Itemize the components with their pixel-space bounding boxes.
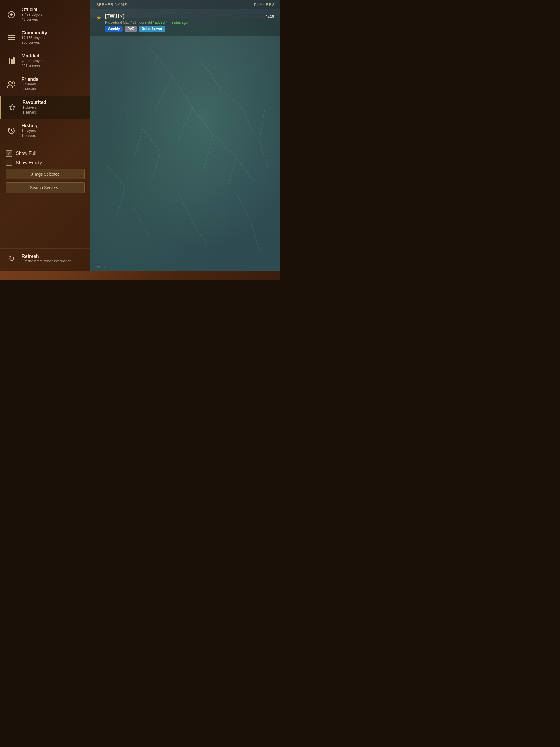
svg-line-13 (172, 76, 192, 108)
refresh-title: Refresh (22, 254, 72, 259)
modded-sub: 43,982 players891 servers (22, 59, 45, 69)
svg-line-25 (117, 187, 126, 216)
svg-line-14 (178, 108, 192, 140)
sidebar-item-community[interactable]: Community 17,176 players300 servers (0, 26, 90, 50)
server-player-count: 1/49 (266, 14, 274, 19)
tag-weekly: Weekly (105, 26, 123, 31)
svg-rect-6 (11, 59, 12, 64)
community-title: Community (22, 30, 47, 35)
server-meta: Procedural Map / 21 hours old / added 4 … (105, 20, 263, 25)
show-empty-checkbox-box[interactable] (6, 160, 12, 166)
map-svg (90, 18, 280, 272)
show-full-checkbox-box[interactable] (6, 150, 12, 157)
svg-line-29 (236, 192, 251, 222)
server-name: [TW\HK] (105, 14, 263, 19)
svg-rect-4 (8, 39, 15, 40)
svg-point-1 (10, 14, 12, 16)
history-sub: 1 players1 servers (22, 128, 37, 138)
history-icon (6, 125, 17, 136)
refresh-subtitle: Get the latest server information. (22, 259, 72, 263)
sidebar-item-favourited[interactable]: Favourited 1 players1 servers (0, 96, 90, 119)
refresh-icon: ↻ (6, 253, 18, 264)
svg-line-16 (204, 134, 213, 169)
show-empty-label: Show Empty (16, 160, 42, 165)
svg-point-8 (8, 81, 11, 84)
svg-line-27 (192, 222, 207, 245)
official-icon (6, 9, 17, 20)
search-servers-button[interactable]: Search Servers.. (6, 182, 85, 193)
show-full-checkbox[interactable]: Show Full (6, 150, 85, 157)
official-title: Official (22, 7, 43, 12)
main-content: PLAYERS (90, 0, 280, 272)
svg-line-26 (178, 192, 192, 222)
svg-line-22 (143, 128, 160, 152)
svg-line-23 (152, 152, 160, 181)
filter-area: Show Full Show Empty 3 Tags Selected Sea… (0, 146, 90, 197)
svg-line-12 (155, 76, 172, 111)
favourited-nav-text: Favourited 1 players1 servers (23, 100, 46, 115)
official-nav-text: Official 3,428 players46 servers (22, 7, 43, 22)
map-background (90, 18, 280, 272)
table-row[interactable]: ★ [TW\HK] Procedural Map / 21 hours old … (90, 9, 280, 36)
refresh-button[interactable]: ↻ Refresh Get the latest server informat… (0, 248, 90, 268)
community-icon (6, 32, 17, 43)
favourited-title: Favourited (23, 100, 46, 105)
svg-line-21 (134, 128, 143, 158)
tag-pve: PvE (125, 26, 137, 31)
history-nav-text: History 1 players1 servers (22, 123, 37, 138)
svg-line-18 (228, 158, 236, 187)
modded-title: Modded (22, 53, 45, 59)
svg-line-17 (213, 134, 236, 158)
svg-line-24 (105, 163, 126, 187)
friends-icon (6, 79, 17, 90)
svg-line-20 (119, 105, 143, 128)
sidebar-item-modded[interactable]: Modded 43,982 players891 servers (0, 49, 90, 73)
sidebar-divider (0, 144, 90, 145)
server-left: ★ [TW\HK] Procedural Map / 21 hours old … (96, 14, 263, 31)
svg-line-19 (236, 158, 254, 181)
svg-line-31 (260, 105, 265, 140)
svg-line-11 (149, 47, 172, 76)
community-sub: 17,176 players300 servers (22, 35, 47, 46)
sidebar-item-friends[interactable]: Friends 0 players0 servers (0, 73, 90, 96)
svg-line-35 (242, 108, 254, 134)
svg-rect-7 (13, 57, 15, 64)
map-id: 73433 (96, 265, 105, 269)
modded-nav-text: Modded 43,982 players891 servers (22, 53, 45, 69)
svg-point-9 (12, 82, 15, 84)
server-tags: WeeklyPvEBuild Server (105, 26, 263, 31)
friends-nav-text: Friends 0 players0 servers (22, 77, 38, 92)
svg-line-34 (222, 91, 242, 108)
refresh-text: Refresh Get the latest server informatio… (22, 254, 72, 263)
svg-line-15 (192, 108, 213, 134)
server-list-header: SERVER NAME (90, 0, 280, 9)
favourited-icon (7, 102, 18, 113)
favourited-sub: 1 players1 servers (23, 105, 46, 115)
show-full-label: Show Full (16, 151, 36, 156)
svg-line-30 (251, 222, 260, 251)
star-icon[interactable]: ★ (96, 14, 102, 21)
server-name-column-header: SERVER NAME (96, 2, 127, 7)
server-added: added 4 minutes ago (155, 20, 188, 25)
svg-line-33 (201, 61, 222, 91)
friends-title: Friends (22, 77, 38, 82)
server-list: ★ [TW\HK] Procedural Map / 21 hours old … (90, 9, 280, 36)
sidebar-item-history[interactable]: History 1 players1 servers (0, 119, 90, 143)
tags-button[interactable]: 3 Tags Selected (6, 169, 85, 179)
community-nav-text: Community 17,176 players300 servers (22, 30, 47, 46)
sidebar-item-official[interactable]: Official 3,428 players46 servers (0, 3, 90, 26)
svg-line-32 (260, 140, 268, 169)
modded-icon (6, 55, 17, 67)
server-info: [TW\HK] Procedural Map / 21 hours old / … (105, 14, 263, 31)
official-sub: 3,428 players46 servers (22, 12, 43, 22)
history-title: History (22, 123, 37, 128)
svg-rect-3 (8, 37, 15, 38)
players-column-header: PLAYERS (254, 2, 275, 7)
tag-build-server: Build Server (139, 26, 165, 31)
svg-line-28 (134, 207, 149, 236)
show-empty-checkbox[interactable]: Show Empty (6, 160, 85, 166)
svg-rect-2 (8, 35, 15, 36)
svg-rect-5 (9, 58, 10, 64)
sidebar: Official 3,428 players46 servers Communi… (0, 0, 90, 272)
friends-sub: 0 players0 servers (22, 82, 38, 92)
